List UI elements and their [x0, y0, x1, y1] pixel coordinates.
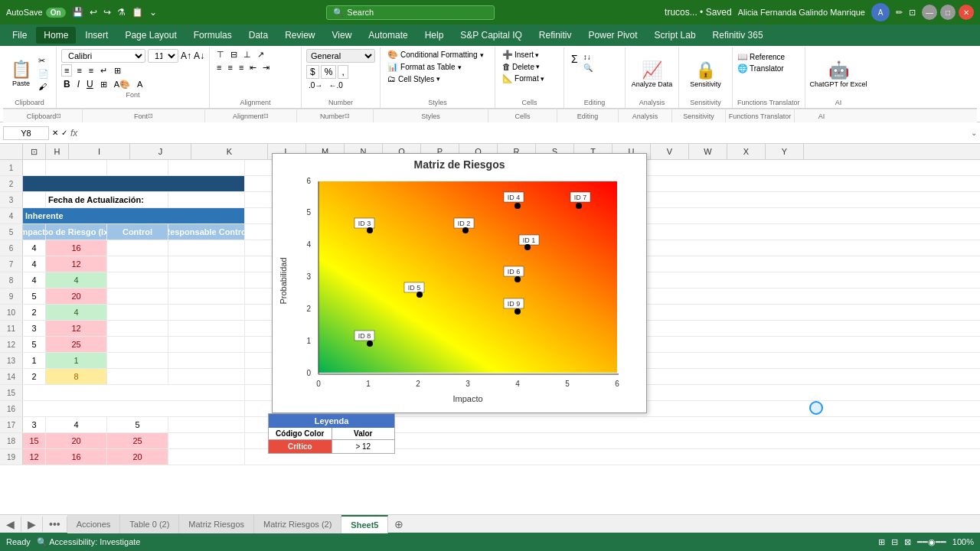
- cell-i11[interactable]: 12: [46, 321, 107, 336]
- cell-i9[interactable]: 20: [46, 289, 107, 304]
- cell-k14[interactable]: [168, 369, 245, 384]
- menu-data[interactable]: Data: [241, 27, 276, 44]
- menu-formulas[interactable]: Formulas: [186, 27, 240, 44]
- col-header-k[interactable]: K: [191, 144, 268, 159]
- cell-j8[interactable]: [107, 272, 168, 288]
- wrap-text-button[interactable]: ↵: [98, 65, 109, 77]
- cell-h19[interactable]: 12: [23, 449, 46, 465]
- menu-view[interactable]: View: [325, 27, 360, 44]
- align-right-button[interactable]: ≡: [87, 65, 96, 76]
- col-header-x[interactable]: X: [727, 144, 766, 159]
- zoom-slider[interactable]: ━━◉━━: [917, 537, 946, 547]
- conditional-formatting-button[interactable]: 🎨 Conditional Formatting ▾: [385, 49, 490, 60]
- format-as-table-button[interactable]: 📊 Format as Table ▾: [385, 61, 490, 73]
- tab-acciones[interactable]: Acciones: [67, 515, 121, 533]
- menu-automate[interactable]: Automate: [361, 27, 415, 44]
- scroll-tabs-right[interactable]: ▶: [21, 517, 43, 532]
- cell-i18[interactable]: 20: [46, 433, 107, 448]
- menu-insert[interactable]: Insert: [77, 27, 116, 44]
- delete-button[interactable]: 🗑 Delete ▾: [500, 61, 559, 72]
- redo-icon[interactable]: ↪: [103, 7, 111, 18]
- col-header-y[interactable]: Y: [766, 144, 804, 159]
- tab-sheet5[interactable]: Sheet5: [341, 515, 388, 533]
- view-normal-button[interactable]: ⊞: [878, 537, 885, 547]
- cell-k5[interactable]: Responsable Control: [168, 224, 245, 240]
- menu-refinitiv[interactable]: Refinitiv: [531, 27, 580, 44]
- cell-j12[interactable]: [107, 337, 168, 352]
- cell-j7[interactable]: [107, 256, 168, 272]
- cell-h17[interactable]: 3: [23, 417, 46, 432]
- menu-sp-capital[interactable]: S&P Capital IQ: [452, 27, 529, 44]
- fill-color-button[interactable]: A🎨: [112, 79, 132, 90]
- cell-j1[interactable]: [107, 160, 168, 175]
- quickaccess-icon[interactable]: 📋: [132, 7, 143, 18]
- cell-i13[interactable]: 1: [46, 353, 107, 368]
- format-painter-button[interactable]: 🖌: [36, 81, 51, 92]
- currency-button[interactable]: $: [306, 65, 319, 79]
- tab-matriz-riesgos[interactable]: Matriz Riesgos: [179, 515, 254, 533]
- cell-k17[interactable]: [168, 417, 245, 432]
- menu-review[interactable]: Review: [277, 27, 322, 44]
- save-icon[interactable]: 💾: [72, 7, 83, 18]
- cell-j14[interactable]: [107, 369, 168, 384]
- format-button[interactable]: 📐 Format ▾: [500, 73, 559, 84]
- formula-confirm-icon[interactable]: ✓: [61, 129, 67, 137]
- cell-h6[interactable]: 4: [23, 240, 46, 256]
- decrease-decimal-button[interactable]: ←.0: [326, 80, 345, 90]
- cut-button[interactable]: ✂: [36, 55, 51, 67]
- cell-k7[interactable]: [168, 256, 245, 272]
- close-button[interactable]: ✕: [959, 5, 974, 20]
- add-sheet-button[interactable]: ⊕: [388, 517, 410, 532]
- italic-button[interactable]: I: [75, 78, 82, 90]
- col-header-j[interactable]: J: [130, 144, 191, 159]
- filter-icon[interactable]: ⚗: [117, 7, 126, 18]
- find-button[interactable]: 🔍: [582, 63, 594, 73]
- cell-h11[interactable]: 3: [23, 321, 46, 336]
- sort-button[interactable]: ↕↓: [582, 52, 594, 62]
- cell-j18[interactable]: 25: [107, 433, 168, 448]
- cell-j11[interactable]: [107, 321, 168, 336]
- left-align-button[interactable]: ≡: [214, 62, 224, 73]
- fullscreen-icon[interactable]: ⊡: [909, 8, 916, 18]
- indent-dec-button[interactable]: ⇤: [247, 62, 259, 73]
- sensitivity-button[interactable]: 🔒 Sensitivity: [684, 49, 727, 99]
- cell-j3[interactable]: [168, 192, 245, 207]
- tab-matriz-riesgos-2[interactable]: Matriz Riesgos (2): [254, 515, 341, 533]
- cell-j10[interactable]: [107, 305, 168, 320]
- zoom-level[interactable]: 100%: [952, 537, 974, 546]
- underline-button[interactable]: U: [84, 78, 96, 90]
- col-header-w[interactable]: W: [689, 144, 727, 159]
- font-size-select[interactable]: 11: [148, 49, 178, 63]
- cell-h2[interactable]: [23, 176, 245, 191]
- search-bar[interactable]: 🔍 Search: [326, 5, 495, 20]
- copy-button[interactable]: 📄: [36, 68, 51, 80]
- view-page-break-button[interactable]: ⊠: [904, 537, 911, 547]
- cell-k12[interactable]: [168, 337, 245, 352]
- minimize-button[interactable]: —: [922, 5, 937, 20]
- scroll-tabs-left[interactable]: ◀: [0, 517, 21, 532]
- select-all-button[interactable]: ⊡: [23, 144, 46, 159]
- menu-script-lab[interactable]: Script Lab: [647, 27, 704, 44]
- merge-button[interactable]: ⊞: [112, 65, 123, 77]
- right-align-button[interactable]: ≡: [237, 62, 246, 73]
- paste-button[interactable]: 📋 Paste: [8, 58, 34, 89]
- middle-align-button[interactable]: ⊟: [228, 49, 240, 60]
- cell-row15[interactable]: [23, 385, 245, 400]
- chatgpt-button[interactable]: 🤖 ChatGPT for Excel: [810, 49, 867, 99]
- cell-k11[interactable]: [168, 321, 245, 336]
- menu-file[interactable]: File: [5, 27, 34, 44]
- cell-i6[interactable]: 16: [46, 240, 107, 256]
- view-page-layout-button[interactable]: ⊟: [891, 537, 898, 547]
- maximize-button[interactable]: □: [940, 5, 956, 20]
- cell-k8[interactable]: [168, 272, 245, 288]
- cell-k10[interactable]: [168, 305, 245, 320]
- cell-i5[interactable]: Tipo de Riesgo (IxP): [46, 224, 107, 240]
- user-avatar[interactable]: A: [871, 3, 890, 21]
- analyze-data-button[interactable]: 📈 Analyze Data: [630, 49, 674, 99]
- number-format-select[interactable]: General: [306, 49, 375, 63]
- undo-icon[interactable]: ↩: [90, 7, 97, 18]
- cell-j19[interactable]: 20: [107, 449, 168, 465]
- cell-h1[interactable]: [23, 160, 46, 175]
- cell-h4[interactable]: Inherente: [23, 208, 245, 223]
- cell-h8[interactable]: 4: [23, 272, 46, 288]
